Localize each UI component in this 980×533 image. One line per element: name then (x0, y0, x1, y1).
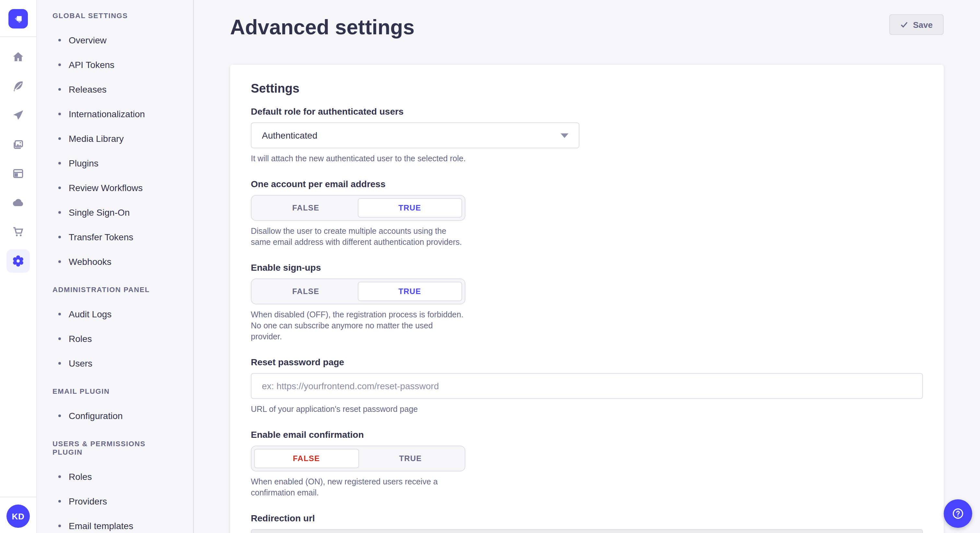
subnav-section-global: GLOBAL SETTINGS Overview API Tokens Rele… (37, 0, 193, 274)
sidebar-item-overview[interactable]: Overview (37, 28, 193, 52)
strapi-settings-app: KD GLOBAL SETTINGS Overview API Tokens R… (0, 0, 980, 533)
toggle-option-true[interactable]: TRUE (358, 198, 462, 217)
field-reset-password-page: Reset password page URL of your applicat… (251, 357, 923, 415)
field-default-role: Default role for authenticated users Aut… (251, 106, 579, 165)
field-enable-email-confirmation: Enable email confirmation FALSE TRUE Whe… (251, 429, 465, 499)
field-redirection-url: Redirection url (251, 513, 923, 533)
field-one-account-per-email: One account per email address FALSE TRUE… (251, 179, 465, 248)
sidebar-item-label: Webhooks (69, 257, 111, 267)
page-header: Advanced settings Save (194, 0, 980, 40)
content-builder-feather-icon[interactable] (6, 75, 30, 98)
toggle-option-true[interactable]: TRUE (359, 449, 462, 468)
rail-bottom-divider (0, 497, 36, 497)
bullet-icon (58, 137, 61, 140)
sidebar-item-label: API Tokens (69, 60, 115, 70)
field-label: Redirection url (251, 513, 923, 524)
sidebar-item-label: Overview (69, 35, 107, 45)
field-enable-sign-ups: Enable sign-ups FALSE TRUE When disabled… (251, 262, 465, 343)
sidebar-item-transfer-tokens[interactable]: Transfer Tokens (37, 225, 193, 249)
rail-nav (6, 45, 30, 273)
field-help: When disabled (OFF), the registration pr… (251, 309, 465, 343)
sidebar-item-admin-roles[interactable]: Roles (37, 327, 193, 351)
sidebar-item-label: Configuration (69, 411, 123, 421)
marketplace-cart-icon[interactable] (6, 220, 30, 244)
section-title: ADMINISTRATION PANEL (37, 274, 193, 302)
bullet-icon (58, 260, 61, 263)
sidebar-item-label: Email templates (69, 521, 133, 531)
sidebar-item-label: Single Sign-On (69, 207, 130, 217)
toggle-option-true[interactable]: TRUE (358, 282, 462, 301)
section-title: EMAIL PLUGIN (37, 376, 193, 403)
bullet-icon (58, 113, 61, 115)
save-button-label: Save (913, 20, 933, 30)
card-title: Settings (251, 82, 923, 96)
sidebar-item-review-workflows[interactable]: Review Workflows (37, 176, 193, 200)
cloud-icon[interactable] (6, 191, 30, 214)
sidebar-item-email-configuration[interactable]: Configuration (37, 403, 193, 428)
sidebar-item-label: Media Library (69, 133, 124, 144)
sidebar-item-label: Users (69, 358, 92, 368)
toggle-option-false[interactable]: FALSE (254, 198, 358, 217)
default-role-select[interactable]: Authenticated (251, 122, 579, 148)
sidebar-item-releases[interactable]: Releases (37, 77, 193, 102)
sidebar-item-up-roles[interactable]: Roles (37, 464, 193, 489)
sidebar-item-webhooks[interactable]: Webhooks (37, 249, 193, 274)
sidebar-item-label: Transfer Tokens (69, 232, 133, 242)
user-avatar[interactable]: KD (6, 504, 30, 528)
field-label: Enable email confirmation (251, 429, 465, 440)
sidebar-item-label: Roles (69, 471, 92, 482)
sidebar-item-label: Roles (69, 333, 92, 344)
sidebar-item-internationalization[interactable]: Internationalization (37, 102, 193, 126)
sidebar-item-api-tokens[interactable]: API Tokens (37, 52, 193, 77)
home-icon[interactable] (6, 45, 30, 69)
toggle-option-false[interactable]: FALSE (254, 449, 359, 468)
chevron-down-icon (561, 133, 568, 138)
field-help: When enabled (ON), new registered users … (251, 477, 465, 499)
field-label: Reset password page (251, 357, 923, 368)
sidebar-item-providers[interactable]: Providers (37, 489, 193, 514)
toggle-option-false[interactable]: FALSE (254, 282, 358, 301)
subnav-section-email-plugin: EMAIL PLUGIN Configuration (37, 376, 193, 428)
settings-subnav: GLOBAL SETTINGS Overview API Tokens Rele… (37, 0, 194, 533)
bullet-icon (58, 338, 61, 340)
save-button[interactable]: Save (889, 14, 944, 35)
layout-dashboard-icon[interactable] (6, 162, 30, 185)
media-library-icon[interactable] (6, 133, 30, 156)
bullet-icon (58, 313, 61, 316)
bullet-icon (58, 362, 61, 365)
sidebar-item-label: Releases (69, 84, 107, 95)
sidebar-item-label: Audit Logs (69, 309, 111, 319)
field-label: One account per email address (251, 179, 465, 190)
bullet-icon (58, 187, 61, 189)
icon-rail: KD (0, 0, 37, 533)
sidebar-item-media-library[interactable]: Media Library (37, 126, 193, 151)
sign-ups-toggle: FALSE TRUE (251, 279, 465, 305)
rail-divider (0, 36, 36, 37)
sidebar-item-single-sign-on[interactable]: Single Sign-On (37, 200, 193, 225)
one-account-toggle: FALSE TRUE (251, 195, 465, 221)
bullet-icon (58, 475, 61, 478)
settings-gear-icon[interactable] (6, 249, 30, 273)
reset-password-input[interactable] (251, 373, 923, 399)
bullet-icon (58, 162, 61, 165)
sidebar-item-email-templates[interactable]: Email templates (37, 514, 193, 533)
help-button[interactable] (944, 499, 972, 528)
strapi-logo[interactable] (8, 9, 28, 29)
bullet-icon (58, 500, 61, 503)
field-help: URL of your application's reset password… (251, 404, 923, 415)
section-title: GLOBAL SETTINGS (37, 0, 193, 28)
sidebar-item-audit-logs[interactable]: Audit Logs (37, 302, 193, 327)
check-icon (900, 21, 908, 29)
sidebar-item-label: Plugins (69, 158, 99, 168)
sidebar-item-label: Review Workflows (69, 182, 143, 193)
settings-card: Settings Default role for authenticated … (230, 65, 944, 533)
page-title: Advanced settings (230, 14, 415, 40)
bullet-icon (58, 525, 61, 527)
send-plane-icon[interactable] (6, 104, 30, 127)
field-help: It will attach the new authenticated use… (251, 154, 579, 165)
section-title: USERS & PERMISSIONS PLUGIN (37, 428, 193, 464)
sidebar-item-plugins[interactable]: Plugins (37, 151, 193, 176)
redirection-url-input (251, 529, 923, 533)
field-label: Enable sign-ups (251, 262, 465, 273)
sidebar-item-admin-users[interactable]: Users (37, 351, 193, 376)
